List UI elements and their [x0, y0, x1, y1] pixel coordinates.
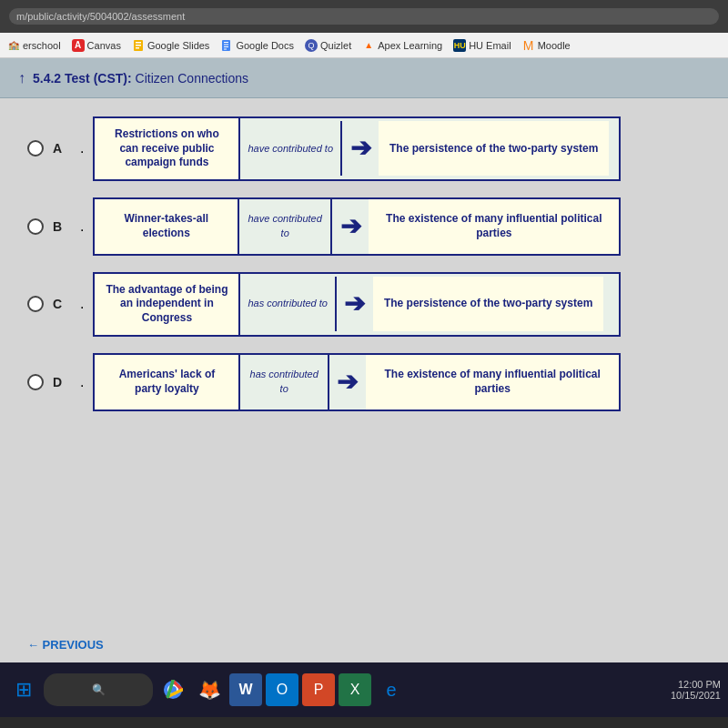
- svg-rect-6: [224, 44, 228, 45]
- arrow-c-icon: ➔: [344, 291, 365, 317]
- windows-icon[interactable]: ⊞: [7, 673, 40, 706]
- question-area: A . Restrictions on who can receive publ…: [0, 98, 728, 626]
- svg-rect-7: [224, 46, 228, 47]
- radio-b[interactable]: [27, 218, 44, 235]
- cause-b: Winner-takes-all elections: [95, 199, 239, 254]
- bookmark-moodle[interactable]: M Moodle: [522, 39, 571, 52]
- taskbar-time: 12:00 PM: [671, 679, 721, 690]
- moodle-icon: M: [522, 39, 535, 52]
- cause-d: Americans' lack of party loyalty: [95, 355, 240, 410]
- connector-b: have contributed to: [239, 199, 332, 254]
- option-row-b: B . Winner-takes-all elections have cont…: [27, 197, 701, 256]
- bookmark-quizlet-label: Quizlet: [320, 40, 351, 51]
- option-row-a: A . Restrictions on who can receive publ…: [27, 116, 701, 181]
- bookmark-huemail[interactable]: HU HU Email: [453, 39, 511, 52]
- chrome-icon[interactable]: [157, 673, 189, 706]
- bookmark-gslides[interactable]: Google Slides: [132, 39, 210, 52]
- canvas-icon: A: [72, 39, 85, 52]
- search-taskbar[interactable]: 🔍: [44, 673, 153, 706]
- effect-a: The persistence of the two-party system: [379, 121, 609, 176]
- diagram-c: The advantage of being an independent in…: [93, 272, 621, 337]
- cause-a: Restrictions on who can receive public c…: [95, 118, 240, 179]
- excel-icon[interactable]: X: [339, 673, 371, 706]
- bookmark-canvas-label: Canvas: [87, 40, 121, 51]
- option-b-period: .: [80, 218, 84, 235]
- test-title: 5.4.2 Test (CST): Citizen Connections: [33, 71, 248, 86]
- enschool-icon: 🏫: [7, 39, 20, 52]
- test-header: ↑ 5.4.2 Test (CST): Citizen Connections: [0, 58, 728, 98]
- connector-a: have contributed to: [240, 121, 342, 176]
- url-bar[interactable]: m/public/activity/5004002/assessment: [9, 8, 719, 25]
- taskbar-clock: 12:00 PM 10/15/2021: [671, 679, 721, 701]
- bookmark-gdocs-label: Google Docs: [236, 40, 294, 51]
- bookmark-enschool[interactable]: 🏫 erschool: [7, 39, 61, 52]
- bookmark-apex-label: Apex Learning: [378, 40, 442, 51]
- diagram-a: Restrictions on who can receive public c…: [93, 116, 621, 181]
- bookmark-quizlet[interactable]: Q Quizlet: [305, 39, 351, 52]
- word-icon[interactable]: W: [229, 673, 262, 706]
- arrow-c: ➔: [337, 277, 373, 331]
- powerpoint-icon[interactable]: P: [302, 673, 335, 706]
- firefox-icon[interactable]: 🦊: [193, 673, 226, 706]
- gslides-icon: [132, 39, 145, 52]
- option-row-d: D . Americans' lack of party loyalty has…: [27, 353, 701, 411]
- arrow-a-icon: ➔: [350, 136, 371, 161]
- option-label-b: B: [53, 219, 71, 234]
- option-label-c: C: [53, 297, 71, 311]
- option-a-period: .: [80, 140, 84, 157]
- svg-rect-3: [136, 47, 139, 49]
- test-section: 5.4.2 Test (CST):: [33, 71, 132, 86]
- outlook-icon[interactable]: O: [266, 673, 298, 706]
- diagram-d: Americans' lack of party loyalty has con…: [93, 353, 621, 411]
- effect-c: The persistence of the two-party system: [373, 277, 603, 331]
- quizlet-icon: Q: [305, 39, 318, 52]
- bookmark-huemail-label: HU Email: [469, 40, 511, 51]
- test-name-text: Citizen Connections: [136, 71, 249, 86]
- bookmark-gslides-label: Google Slides: [147, 40, 210, 51]
- arrow-d-icon: ➔: [337, 369, 358, 395]
- bookmarks-bar: 🏫 erschool A Canvas Google Slides Google…: [0, 33, 728, 58]
- apex-icon: ▲: [362, 39, 375, 52]
- option-row-c: C . The advantage of being an independen…: [27, 272, 701, 337]
- option-c-period: .: [80, 296, 84, 312]
- arrow-a: ➔: [342, 121, 379, 176]
- edge-icon[interactable]: e: [375, 673, 408, 706]
- svg-rect-2: [136, 45, 141, 46]
- svg-rect-1: [136, 42, 141, 44]
- option-label-a: A: [53, 141, 71, 156]
- connector-c: has contributed to: [240, 277, 336, 331]
- arrow-up-icon: ↑: [18, 70, 25, 86]
- radio-a[interactable]: [27, 140, 44, 157]
- svg-rect-8: [224, 48, 227, 49]
- taskbar: ⊞ 🔍 🦊 W O P X e 12:00 PM 10/15/2021: [0, 662, 728, 717]
- connector-d: has contributed to: [240, 355, 329, 410]
- arrow-b: ➔: [332, 199, 369, 254]
- radio-d[interactable]: [27, 374, 44, 390]
- huemail-icon: HU: [453, 39, 466, 52]
- cause-c: The advantage of being an independent in…: [95, 274, 240, 335]
- radio-c[interactable]: [27, 296, 44, 312]
- bookmark-gdocs[interactable]: Google Docs: [220, 39, 294, 52]
- option-d-period: .: [80, 374, 84, 390]
- nav-bar: ← PREVIOUS: [0, 626, 728, 662]
- browser-chrome: m/public/activity/5004002/assessment: [0, 0, 728, 33]
- previous-button[interactable]: ← PREVIOUS: [27, 638, 104, 652]
- bookmark-apex[interactable]: ▲ Apex Learning: [362, 39, 442, 52]
- effect-b: The existence of many influential politi…: [369, 199, 619, 254]
- option-label-d: D: [53, 375, 71, 389]
- diagram-b: Winner-takes-all elections have contribu…: [93, 197, 621, 256]
- taskbar-date: 10/15/2021: [671, 690, 721, 701]
- gdocs-icon: [220, 39, 233, 52]
- arrow-d: ➔: [329, 355, 366, 410]
- effect-d: The existence of many influential politi…: [366, 355, 620, 410]
- svg-rect-5: [224, 42, 228, 43]
- bookmark-moodle-label: Moodle: [538, 40, 571, 51]
- arrow-b-icon: ➔: [340, 214, 361, 239]
- bookmark-canvas[interactable]: A Canvas: [72, 39, 121, 52]
- bookmark-enschool-label: erschool: [23, 40, 61, 51]
